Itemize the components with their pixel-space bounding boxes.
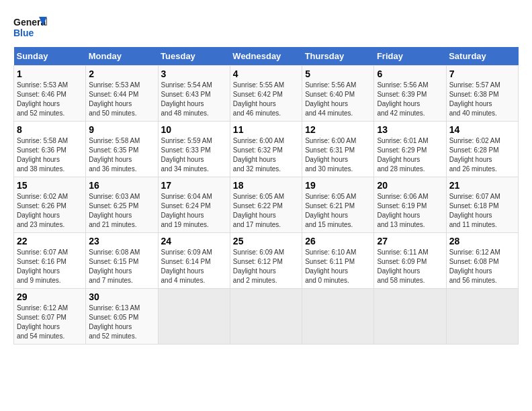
calendar-header-row: SundayMondayTuesdayWednesdayThursdayFrid… xyxy=(14,47,519,66)
day-header-wednesday: Wednesday xyxy=(230,47,302,66)
calendar-week-row: 15 Sunrise: 6:02 AM Sunset: 6:26 PM Dayl… xyxy=(14,177,519,233)
calendar-day-cell: 1 Sunrise: 5:53 AM Sunset: 6:46 PM Dayli… xyxy=(14,66,86,122)
day-info: Sunrise: 6:00 AM Sunset: 6:31 PM Dayligh… xyxy=(305,136,371,174)
calendar-day-cell: 19 Sunrise: 6:05 AM Sunset: 6:21 PM Dayl… xyxy=(302,177,374,233)
day-info: Sunrise: 6:02 AM Sunset: 6:28 PM Dayligh… xyxy=(449,136,515,174)
day-number: 9 xyxy=(89,124,154,135)
day-header-friday: Friday xyxy=(374,47,446,66)
day-info: Sunrise: 6:07 AM Sunset: 6:16 PM Dayligh… xyxy=(17,248,83,285)
calendar-day-cell: 20 Sunrise: 6:06 AM Sunset: 6:19 PM Dayl… xyxy=(374,177,446,233)
calendar-day-cell: 25 Sunrise: 6:09 AM Sunset: 6:12 PM Dayl… xyxy=(230,233,302,289)
calendar-day-cell: 27 Sunrise: 6:11 AM Sunset: 6:09 PM Dayl… xyxy=(374,233,446,289)
calendar-day-cell: 8 Sunrise: 5:58 AM Sunset: 6:36 PM Dayli… xyxy=(14,122,86,177)
calendar-day-cell: 6 Sunrise: 5:56 AM Sunset: 6:39 PM Dayli… xyxy=(374,66,446,122)
day-header-monday: Monday xyxy=(86,47,158,66)
day-info: Sunrise: 6:06 AM Sunset: 6:19 PM Dayligh… xyxy=(377,192,443,230)
calendar-day-cell: 5 Sunrise: 5:56 AM Sunset: 6:40 PM Dayli… xyxy=(302,66,374,122)
day-number: 18 xyxy=(233,180,299,191)
day-info: Sunrise: 5:56 AM Sunset: 6:39 PM Dayligh… xyxy=(377,81,443,118)
calendar-day-cell: 12 Sunrise: 6:00 AM Sunset: 6:31 PM Dayl… xyxy=(302,122,374,177)
day-number: 13 xyxy=(377,124,443,135)
day-info: Sunrise: 6:02 AM Sunset: 6:26 PM Dayligh… xyxy=(17,192,83,230)
day-info: Sunrise: 6:03 AM Sunset: 6:25 PM Dayligh… xyxy=(89,192,154,230)
calendar-week-row: 8 Sunrise: 5:58 AM Sunset: 6:36 PM Dayli… xyxy=(14,122,519,177)
calendar-day-cell xyxy=(158,289,230,345)
day-number: 19 xyxy=(305,180,371,191)
calendar-day-cell: 21 Sunrise: 6:07 AM Sunset: 6:18 PM Dayl… xyxy=(446,177,518,233)
day-header-sunday: Sunday xyxy=(14,47,86,66)
day-info: Sunrise: 5:59 AM Sunset: 6:33 PM Dayligh… xyxy=(161,136,227,174)
day-number: 20 xyxy=(377,180,443,191)
day-number: 30 xyxy=(89,291,154,302)
calendar-day-cell xyxy=(446,289,518,345)
calendar-day-cell: 29 Sunrise: 6:12 AM Sunset: 6:07 PM Dayl… xyxy=(14,289,86,345)
calendar-day-cell: 7 Sunrise: 5:57 AM Sunset: 6:38 PM Dayli… xyxy=(446,66,518,122)
day-number: 10 xyxy=(161,124,227,135)
calendar-week-row: 22 Sunrise: 6:07 AM Sunset: 6:16 PM Dayl… xyxy=(14,233,519,289)
calendar-day-cell: 24 Sunrise: 6:09 AM Sunset: 6:14 PM Dayl… xyxy=(158,233,230,289)
day-number: 12 xyxy=(305,124,371,135)
day-number: 4 xyxy=(233,68,299,79)
day-info: Sunrise: 6:04 AM Sunset: 6:24 PM Dayligh… xyxy=(161,192,227,230)
day-number: 17 xyxy=(161,180,227,191)
calendar-day-cell: 30 Sunrise: 6:13 AM Sunset: 6:05 PM Dayl… xyxy=(86,289,158,345)
day-number: 25 xyxy=(233,236,299,246)
day-info: Sunrise: 6:08 AM Sunset: 6:15 PM Dayligh… xyxy=(89,248,154,285)
day-number: 26 xyxy=(305,236,371,246)
day-number: 27 xyxy=(377,236,443,246)
day-header-tuesday: Tuesday xyxy=(158,47,230,66)
calendar-day-cell: 28 Sunrise: 6:12 AM Sunset: 6:08 PM Dayl… xyxy=(446,233,518,289)
page-header: General Blue xyxy=(13,13,519,40)
calendar-day-cell: 11 Sunrise: 6:00 AM Sunset: 6:32 PM Dayl… xyxy=(230,122,302,177)
calendar-day-cell: 9 Sunrise: 5:58 AM Sunset: 6:35 PM Dayli… xyxy=(86,122,158,177)
day-number: 15 xyxy=(17,180,83,191)
day-number: 14 xyxy=(449,124,515,135)
day-number: 3 xyxy=(161,68,227,79)
calendar-day-cell: 10 Sunrise: 5:59 AM Sunset: 6:33 PM Dayl… xyxy=(158,122,230,177)
day-info: Sunrise: 6:00 AM Sunset: 6:32 PM Dayligh… xyxy=(233,136,299,174)
day-header-saturday: Saturday xyxy=(446,47,518,66)
calendar-day-cell: 22 Sunrise: 6:07 AM Sunset: 6:16 PM Dayl… xyxy=(14,233,86,289)
day-info: Sunrise: 5:58 AM Sunset: 6:36 PM Dayligh… xyxy=(17,136,83,174)
day-info: Sunrise: 6:12 AM Sunset: 6:07 PM Dayligh… xyxy=(17,304,83,341)
day-info: Sunrise: 6:12 AM Sunset: 6:08 PM Dayligh… xyxy=(449,248,515,285)
calendar-day-cell: 17 Sunrise: 6:04 AM Sunset: 6:24 PM Dayl… xyxy=(158,177,230,233)
logo: General Blue xyxy=(13,13,48,40)
calendar-day-cell: 16 Sunrise: 6:03 AM Sunset: 6:25 PM Dayl… xyxy=(86,177,158,233)
day-info: Sunrise: 6:11 AM Sunset: 6:09 PM Dayligh… xyxy=(377,248,443,285)
day-info: Sunrise: 5:54 AM Sunset: 6:43 PM Dayligh… xyxy=(161,81,227,118)
day-number: 28 xyxy=(449,236,515,246)
day-number: 8 xyxy=(17,124,83,135)
day-info: Sunrise: 6:13 AM Sunset: 6:05 PM Dayligh… xyxy=(89,304,154,341)
calendar-day-cell: 14 Sunrise: 6:02 AM Sunset: 6:28 PM Dayl… xyxy=(446,122,518,177)
day-number: 5 xyxy=(305,68,371,79)
day-number: 24 xyxy=(161,236,227,246)
calendar-week-row: 29 Sunrise: 6:12 AM Sunset: 6:07 PM Dayl… xyxy=(14,289,519,345)
day-info: Sunrise: 5:58 AM Sunset: 6:35 PM Dayligh… xyxy=(89,136,154,174)
day-number: 7 xyxy=(449,68,515,79)
day-info: Sunrise: 6:05 AM Sunset: 6:21 PM Dayligh… xyxy=(305,192,371,230)
day-info: Sunrise: 5:53 AM Sunset: 6:44 PM Dayligh… xyxy=(89,81,154,118)
day-info: Sunrise: 5:53 AM Sunset: 6:46 PM Dayligh… xyxy=(17,81,83,118)
calendar-day-cell xyxy=(302,289,374,345)
day-number: 2 xyxy=(89,68,154,79)
day-info: Sunrise: 6:07 AM Sunset: 6:18 PM Dayligh… xyxy=(449,192,515,230)
calendar-day-cell: 4 Sunrise: 5:55 AM Sunset: 6:42 PM Dayli… xyxy=(230,66,302,122)
day-number: 29 xyxy=(17,291,83,302)
calendar-day-cell: 2 Sunrise: 5:53 AM Sunset: 6:44 PM Dayli… xyxy=(86,66,158,122)
day-info: Sunrise: 5:55 AM Sunset: 6:42 PM Dayligh… xyxy=(233,81,299,118)
day-number: 16 xyxy=(89,180,154,191)
day-number: 11 xyxy=(233,124,299,135)
day-info: Sunrise: 6:05 AM Sunset: 6:22 PM Dayligh… xyxy=(233,192,299,230)
day-info: Sunrise: 6:09 AM Sunset: 6:12 PM Dayligh… xyxy=(233,248,299,285)
svg-text:Blue: Blue xyxy=(13,28,34,38)
calendar-day-cell: 13 Sunrise: 6:01 AM Sunset: 6:29 PM Dayl… xyxy=(374,122,446,177)
day-number: 6 xyxy=(377,68,443,79)
calendar-week-row: 1 Sunrise: 5:53 AM Sunset: 6:46 PM Dayli… xyxy=(14,66,519,122)
calendar-day-cell: 23 Sunrise: 6:08 AM Sunset: 6:15 PM Dayl… xyxy=(86,233,158,289)
day-number: 22 xyxy=(17,236,83,246)
day-info: Sunrise: 5:57 AM Sunset: 6:38 PM Dayligh… xyxy=(449,81,515,118)
day-number: 23 xyxy=(89,236,154,246)
calendar-day-cell xyxy=(374,289,446,345)
day-info: Sunrise: 6:01 AM Sunset: 6:29 PM Dayligh… xyxy=(377,136,443,174)
